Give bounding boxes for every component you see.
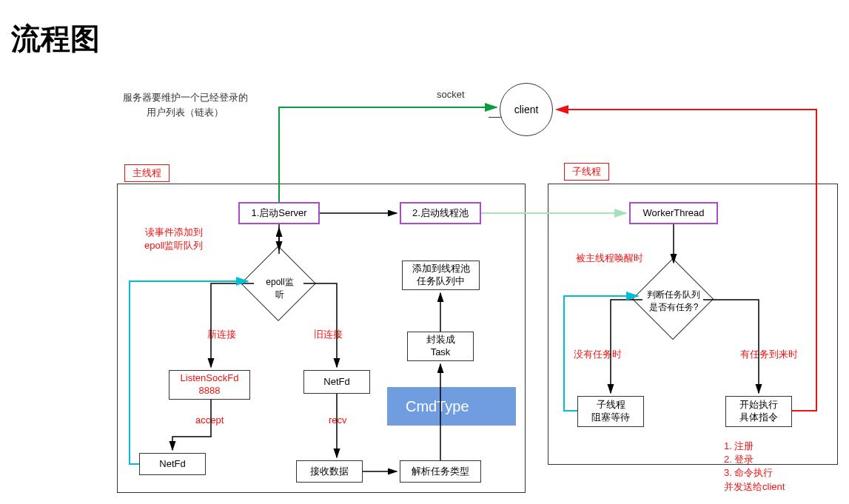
listen-sock-box: ListenSockFd8888 [169, 370, 250, 400]
main-thread-tag: 主线程 [124, 164, 170, 182]
server-note: 服务器要维护一个已经登录的用户列表（链表） [115, 90, 255, 119]
wake-note: 被主线程唤醒时 [576, 252, 643, 265]
socket-label: socket [437, 89, 465, 100]
pack-task-box: 封装成Task [407, 332, 474, 361]
sub-thread-tag: 子线程 [564, 163, 609, 181]
exec-cmd-box: 开始执行具体指令 [725, 396, 792, 427]
child-wait-box: 子线程阻塞等待 [577, 396, 644, 427]
read-event-note: 读事件添加到epoll监听队列 [144, 226, 203, 252]
start-pool-box: 2.启动线程池 [400, 202, 481, 224]
recv-data-box: 接收数据 [296, 460, 363, 483]
netfd-new-box: NetFd [139, 453, 206, 475]
no-task-label: 没有任务时 [574, 348, 622, 361]
accept-label: accept [195, 414, 224, 426]
recv-label: recv [329, 414, 347, 426]
has-task-label: 有任务到来时 [740, 348, 798, 361]
parse-task-box: 解析任务类型 [400, 460, 481, 483]
cmdtype-highlight: CmdType [387, 387, 516, 426]
cmd-list: 1. 注册2. 登录3. 命令执行并发送给client [724, 440, 785, 494]
netfd-old-box: NetFd [303, 370, 370, 394]
worker-thread-box: WorkerThread [629, 202, 718, 224]
old-conn-label: 旧连接 [314, 328, 343, 341]
page-title: 流程图 [11, 19, 100, 59]
start-server-box: 1.启动Server [238, 202, 320, 224]
add-pool-box: 添加到线程池任务队列中 [402, 261, 480, 290]
new-conn-label: 新连接 [207, 328, 236, 341]
client-circle: client [500, 83, 553, 136]
